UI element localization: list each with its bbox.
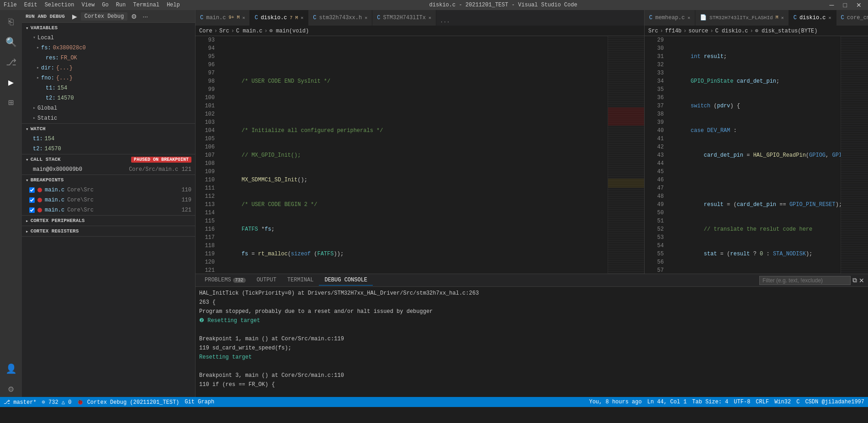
activity-settings[interactable]: ⚙ (3, 381, 19, 397)
tab-problems[interactable]: PROBLEMS732 (199, 275, 251, 286)
menu-item-view[interactable]: View (81, 2, 95, 8)
tab-flash-icon: 📄 (700, 14, 707, 21)
activity-debug[interactable]: ▶ (3, 74, 19, 90)
breakpoints-section-header[interactable]: BREAKPOINTS (22, 175, 195, 185)
menu-item-run[interactable]: Run (116, 2, 126, 8)
menu-item-file[interactable]: File (4, 2, 17, 8)
minimize-button[interactable]: ─ (827, 1, 837, 9)
right-bc-ff14b[interactable]: ff14b (665, 28, 682, 34)
watch-section-header[interactable]: WATCH (22, 124, 195, 134)
terminal-content[interactable]: HAL_InitTick (TickPriority=0) at Drivers… (196, 287, 868, 397)
bp-item-3[interactable]: main.c Core\Src 121 (22, 205, 195, 215)
menu-item-terminal[interactable]: Terminal (133, 2, 159, 8)
right-bc-fn[interactable]: ⊙ disk_status(BYTE) (755, 27, 818, 34)
breadcrumb-main-fn[interactable]: ⊙ main(void) (270, 27, 309, 34)
var-res[interactable]: res: FR_OK (22, 53, 195, 63)
tab-memheap[interactable]: C memheap.c ✕ (645, 10, 695, 26)
tab-output[interactable]: OUTPUT (251, 275, 282, 286)
left-code-content[interactable]: /* USER CODE END SysInit */ /* Initializ… (218, 36, 608, 274)
status-encoding[interactable]: UTF-8 (734, 399, 750, 405)
var-t2[interactable]: t2: 14570 (22, 93, 195, 103)
tab-stm32h-close[interactable]: ✕ (365, 15, 367, 21)
terminal-close-button[interactable]: ✕ (859, 277, 864, 284)
right-bc-diskio[interactable]: C diskio.c (715, 28, 748, 34)
right-line-numbers: 2930313233 3435363738 3940414243 4445464… (645, 36, 667, 274)
console-line-2: 263 { (199, 298, 864, 307)
debug-more-button[interactable]: ··· (141, 12, 150, 21)
watch-t1[interactable]: t1: 154 (22, 134, 195, 144)
activity-search[interactable]: 🔍 (3, 34, 19, 50)
var-fno[interactable]: fno: {...} (22, 73, 195, 83)
tab-core-cm7[interactable]: C core_cm7.h 9+ ✕ (836, 10, 868, 26)
debug-profile-selector[interactable]: Cortex Debug (81, 12, 127, 21)
tab-diskio-c[interactable]: C diskio.c 7 M ✕ (250, 10, 308, 26)
tab-debug-console[interactable]: DEBUG CONSOLE (319, 275, 373, 286)
activity-extensions[interactable]: ⊞ (3, 94, 19, 111)
variables-section-header[interactable]: VARIABLES (22, 23, 195, 33)
menu-item-help[interactable]: Help (167, 2, 180, 8)
tab-terminal[interactable]: TERMINAL (282, 275, 319, 286)
close-button[interactable]: ✕ (853, 1, 864, 9)
var-global-group[interactable]: Global (22, 103, 195, 113)
var-fs[interactable]: fs: 0x380028c0 (22, 43, 195, 53)
status-sync[interactable]: ⊙ 732 △ 0 (42, 399, 72, 406)
breadcrumb-src[interactable]: Src (219, 28, 229, 34)
bp-item-2[interactable]: main.c Core\Src 119 (22, 195, 195, 205)
status-tab-size[interactable]: Tab Size: 4 (692, 399, 728, 405)
tab-memheap-close[interactable]: ✕ (688, 15, 690, 21)
bp-item-1[interactable]: main.c Core\Src 110 (22, 185, 195, 195)
bp-3-checkbox[interactable] (29, 207, 35, 213)
bp-2-checkbox[interactable] (29, 197, 35, 203)
tab-more[interactable]: ··· (436, 19, 454, 26)
bp-3-file: main.c (45, 206, 64, 215)
callstack-main[interactable]: main@0x800009b0 Core/Src/main.c 121 (22, 164, 195, 174)
tab-diskio-right-close[interactable]: ✕ (829, 15, 831, 21)
activity-remote[interactable]: 👤 (3, 360, 19, 377)
var-t1[interactable]: t1: 154 (22, 83, 195, 93)
maximize-button[interactable]: □ (841, 1, 850, 9)
status-git-graph[interactable]: Git Graph (185, 399, 214, 405)
terminal-split-button[interactable]: ⧉ (852, 276, 857, 284)
status-platform[interactable]: Win32 (774, 399, 791, 405)
console-line-8[interactable]: Resetting target (199, 353, 864, 362)
tab-diskio-right[interactable]: C diskio.c ✕ (789, 10, 836, 26)
watch-t2[interactable]: t2: 14570 (22, 144, 195, 154)
activity-explorer[interactable]: ⎗ (3, 14, 19, 30)
tab-main-c[interactable]: C main.c 9+ M ✕ (196, 10, 250, 26)
tab-flash[interactable]: 📄 STM32H743lITx_FLASHId M ✕ (695, 10, 789, 26)
tab-stm32h743[interactable]: C STM32H743lITx ✕ (372, 10, 436, 26)
tab-stm32h743-close[interactable]: ✕ (429, 15, 431, 21)
tab-diskio-close[interactable]: ✕ (301, 15, 303, 21)
r-line-35: result = (card_det_pin == GPIO_PIN_RESET… (669, 201, 841, 209)
status-git-branch[interactable]: ⎇ master* (4, 399, 37, 406)
debug-settings-button[interactable]: ⚙ (129, 12, 139, 21)
cortex-peripherals-header[interactable]: CORTEX PERIPHERALS (22, 216, 195, 226)
menu-item-edit[interactable]: Edit (24, 2, 37, 8)
status-cursor[interactable]: Ln 44, Col 1 (647, 399, 687, 405)
tab-flash-close[interactable]: ✕ (781, 15, 784, 21)
cortex-registers-header[interactable]: CORTEX REGISTERS (22, 226, 195, 236)
status-git-blame[interactable]: You, 8 hours ago (589, 399, 641, 405)
activity-source-control[interactable]: ⎇ (3, 54, 19, 70)
right-code-content[interactable]: int result; GPIO_PinState card_det_pin; … (667, 36, 841, 274)
menu-item-go[interactable]: Go (102, 2, 108, 8)
right-bc-src[interactable]: Src (648, 28, 658, 34)
breadcrumb-mainc[interactable]: C main.c (236, 28, 263, 34)
right-bc-source[interactable]: source (688, 28, 708, 34)
status-csdn[interactable]: CSDN @jiladahe1997 (805, 399, 864, 405)
status-language[interactable]: C (796, 399, 799, 405)
status-debug[interactable]: 🐞 Cortex Debug (20211201_TEST) (77, 399, 179, 406)
bp-1-checkbox[interactable] (29, 187, 35, 193)
callstack-section-header[interactable]: CALL STACK PAUSED ON BREAKPOINT (22, 154, 195, 164)
breadcrumb-core[interactable]: Core (199, 28, 212, 34)
tab-main-c-close[interactable]: ✕ (242, 15, 245, 21)
debug-filter-input[interactable] (759, 276, 851, 285)
var-local-group[interactable]: Local (22, 33, 195, 43)
status-eol[interactable]: CRLF (756, 399, 769, 405)
console-line-4[interactable]: ❷ Resetting target (199, 316, 864, 325)
debug-continue-button[interactable]: ▶ (70, 12, 79, 21)
tab-stm32h[interactable]: C stm32h743xx.h ✕ (308, 10, 372, 26)
menu-item-selection[interactable]: Selection (45, 2, 74, 8)
var-static-group[interactable]: Static (22, 113, 195, 123)
var-dir[interactable]: dir: {...} (22, 63, 195, 73)
